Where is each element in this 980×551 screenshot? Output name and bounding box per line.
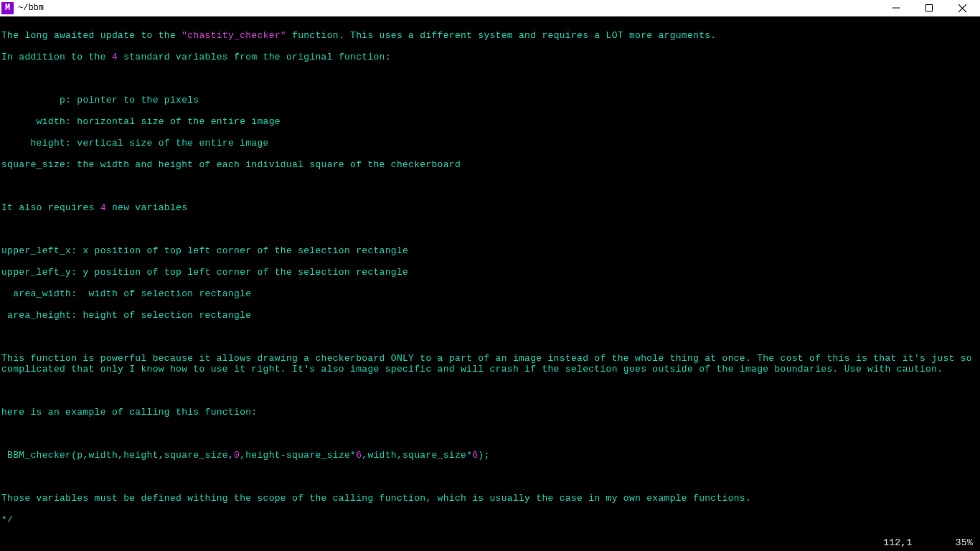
close-button[interactable]: [946, 0, 979, 17]
terminal-content[interactable]: The long awaited update to the "chastity…: [0, 17, 980, 551]
blank-line: [1, 224, 979, 235]
comment-line: It also requires 4 new variables: [1, 202, 979, 213]
comment-line: In addition to the 4 standard variables …: [1, 52, 979, 62]
blank-line: [1, 385, 979, 396]
blank-line: [1, 73, 979, 84]
comment-line: width: horizontal size of the entire ima…: [1, 116, 979, 127]
minimize-button[interactable]: [880, 0, 913, 17]
comment-line: p: pointer to the pixels: [1, 95, 979, 105]
comment-line: Those variables must be defined withing …: [1, 493, 979, 504]
maximize-button[interactable]: [913, 0, 946, 17]
svg-rect-1: [926, 5, 933, 11]
comment-line: BBM_checker(p,width,height,square_size,0…: [1, 450, 979, 461]
blank-line: [1, 471, 979, 482]
window-title: ~/bbm: [18, 3, 44, 13]
blank-line: [1, 181, 979, 192]
comment-line: area_height: height of selection rectang…: [1, 310, 979, 321]
comment-line: height: vertical size of the entire imag…: [1, 138, 979, 149]
comment-line: square_size: the width and height of eac…: [1, 159, 979, 170]
comment-line: upper_left_x: x position of top left cor…: [1, 245, 979, 256]
blank-line: [1, 331, 979, 342]
blank-line: [1, 536, 979, 547]
comment-line: here is an example of calling this funct…: [1, 407, 979, 418]
comment-line: The long awaited update to the "chastity…: [1, 30, 979, 41]
titlebar: M ~/bbm: [0, 0, 980, 17]
blank-line: [1, 428, 979, 439]
comment-line: upper_left_y: y position of top left cor…: [1, 267, 979, 278]
comment-line: area_width: width of selection rectangle: [1, 288, 979, 299]
app-icon: M: [1, 2, 14, 14]
comment-line: This function is powerful because it all…: [1, 353, 979, 375]
cursor-position: 112,1: [883, 537, 913, 548]
status-bar: 112,1 35%: [883, 537, 973, 548]
scroll-percent: 35%: [956, 537, 973, 548]
comment-end: */: [1, 514, 979, 525]
window-controls: [880, 0, 979, 17]
